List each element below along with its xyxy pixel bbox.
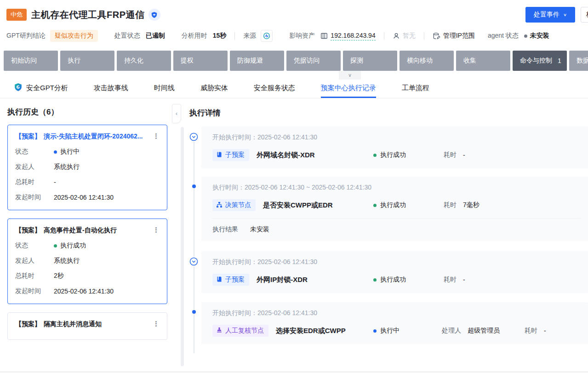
- stage-initial-access[interactable]: 初始访问: [4, 51, 58, 71]
- detail-title: 执行详情: [189, 108, 588, 118]
- clipped-secondary-button[interactable]: 档: [581, 7, 588, 23]
- timeline-entry: 执行时间：2025-02-06 12:41:30 ~ 2025-02-06 12…: [188, 177, 588, 241]
- dispose-event-button[interactable]: 处置事件∨: [525, 7, 575, 23]
- source-product-icon[interactable]: [261, 30, 273, 42]
- playbook-prefix: 【预案】: [15, 320, 41, 328]
- entry-time: 开始执行时间：2025-02-06 12:41:30: [212, 309, 581, 317]
- tab-attack-storyline[interactable]: 攻击故事线: [94, 80, 128, 98]
- sitemap-icon: [216, 201, 223, 209]
- status-badge: 执行中: [54, 148, 80, 156]
- chain-expand-toggle[interactable]: ∨: [339, 71, 361, 80]
- tab-security-gpt-analysis[interactable]: 安全GPT分析: [14, 80, 68, 98]
- chain-expander-row: ∨: [0, 71, 588, 80]
- node-status: 执行成功: [373, 276, 406, 284]
- book-icon: [216, 276, 223, 284]
- history-title: 执行历史（6）: [7, 107, 184, 117]
- asset-host-icon: [320, 32, 328, 40]
- execution-detail-panel: 执行详情 开始执行时间：2025-02-06 12:41:30 子预案: [184, 98, 588, 374]
- content-area: 执行历史（6） 【预案】 演示-失陷主机处置闭环-2024062... ⋮ 状态…: [0, 98, 588, 374]
- timeline-collapse-node-icon[interactable]: [189, 257, 199, 266]
- bottom-divider: [0, 372, 588, 372]
- timeline-entry: 开始执行时间：2025-02-06 12:41:30 子预案 外网IP封锁-XD…: [188, 251, 588, 293]
- chevron-down-icon: ∨: [348, 72, 352, 78]
- incident-detail-page: 中危 主机存在代理工具FRP通信 处置事件∨ 档 GPT研判结论 疑似攻击行为 …: [0, 0, 588, 374]
- kebab-menu-icon[interactable]: ⋮: [152, 226, 160, 233]
- gpt-shield-icon: [14, 83, 23, 93]
- attack-chain-bar: 初始访问 执行 持久化 提权 防御规避 凭据访问 探测 横向移动 收集 命令与控…: [4, 51, 588, 71]
- execution-history-panel: 执行历史（6） 【预案】 演示-失陷主机处置闭环-2024062... ⋮ 状态…: [0, 98, 184, 374]
- playbook-name[interactable]: 隔离主机并消息通知: [44, 320, 152, 328]
- agent-status-label: agent 状态: [488, 32, 519, 40]
- timeline-dot-node: [192, 184, 196, 189]
- node-type-tag: 子预案: [212, 274, 249, 286]
- dispose-status-value: 已遏制: [146, 32, 165, 40]
- duration-field: 耗时7毫秒: [444, 201, 480, 209]
- agent-status-value: 未安装: [530, 32, 549, 40]
- manage-ip-link[interactable]: 管理IP范围: [443, 32, 475, 40]
- timeline-dot-node: [192, 310, 196, 314]
- entry-time: 执行时间：2025-02-06 12:41:30 ~ 2025-02-06 12…: [212, 184, 581, 192]
- stamp-icon: [216, 327, 223, 335]
- tab-playbook-execution-records[interactable]: 预案中心执行记录: [321, 80, 376, 98]
- kebab-menu-icon[interactable]: ⋮: [152, 320, 160, 327]
- node-status: 执行成功: [373, 151, 406, 159]
- execution-timeline: 开始执行时间：2025-02-06 12:41:30 子预案 外网域名封锁-XD…: [188, 127, 588, 344]
- playbook-card[interactable]: 【预案】 隔离主机并消息通知 ⋮: [7, 312, 167, 340]
- timeline-collapse-node-icon[interactable]: [189, 132, 199, 142]
- playbook-card[interactable]: 【预案】 高危事件处置-自动化执行 ⋮ 状态 执行成功 发起人 系统执行 总耗时…: [7, 219, 167, 304]
- execution-result-row: 执行结果 未安装: [212, 218, 581, 234]
- node-type-tag: 人工复核节点: [212, 325, 268, 337]
- severity-badge: 中危: [6, 9, 27, 21]
- stage-execution[interactable]: 执行: [60, 51, 114, 71]
- playbook-prefix: 【预案】: [15, 132, 41, 141]
- duration-field: 耗时-: [444, 151, 465, 159]
- dispose-status-label: 处置状态: [114, 32, 140, 40]
- stage-credential-access[interactable]: 凭据访问: [286, 51, 341, 71]
- stage-defense-evasion[interactable]: 防御规避: [230, 51, 284, 71]
- node-name: 外网域名封锁-XDR: [257, 151, 315, 160]
- node-status: 执行成功: [373, 201, 406, 209]
- owner-empty-value: 暂无: [403, 32, 416, 40]
- playbook-name[interactable]: 演示-失陷主机处置闭环-2024062...: [44, 132, 152, 141]
- chevron-down-icon: ∨: [563, 12, 567, 17]
- stage-privilege-escalation[interactable]: 提权: [173, 51, 228, 71]
- duration-field: 耗时-: [525, 327, 546, 335]
- duration-field: 耗时-: [444, 276, 465, 284]
- affected-asset-label: 影响资产: [289, 32, 315, 40]
- timeline-entry: 开始执行时间：2025-02-06 12:41:30 子预案 外网域名封锁-XD…: [188, 127, 588, 168]
- panel-collapse-handle[interactable]: ‹: [172, 104, 181, 123]
- node-status: 执行中: [373, 327, 400, 335]
- playbook-prefix: 【预案】: [15, 226, 41, 235]
- asset-ip-link[interactable]: 192.168.243.94: [331, 32, 375, 40]
- node-name: 外网IP封锁-XDR: [257, 276, 308, 284]
- status-badge: 执行成功: [54, 242, 86, 250]
- stage-count-badge: 1: [558, 57, 561, 64]
- header-bar: 中危 主机存在代理工具FRP通信 处置事件∨ 档: [0, 0, 588, 23]
- gpt-verdict-chip: 疑似攻击行为: [50, 30, 98, 42]
- tab-ticket-flow[interactable]: 工单流程: [402, 80, 429, 98]
- stage-persistence[interactable]: 持久化: [117, 51, 171, 71]
- stage-exfiltration[interactable]: 数据窃取: [569, 51, 588, 71]
- analysis-time-label: 分析用时: [182, 32, 207, 40]
- stage-discovery[interactable]: 探测: [343, 51, 397, 71]
- history-scrollbar[interactable]: [181, 127, 184, 366]
- tab-timeline[interactable]: 时间线: [154, 80, 175, 98]
- node-name: 选择安装EDR或CWPP: [276, 327, 346, 335]
- analysis-time-value: 15秒: [213, 32, 227, 40]
- entry-time: 开始执行时间：2025-02-06 12:41:30: [212, 258, 581, 266]
- kebab-menu-icon[interactable]: ⋮: [152, 132, 160, 139]
- playbook-name[interactable]: 高危事件处置-自动化执行: [44, 226, 152, 235]
- shield-icon: [148, 9, 160, 21]
- tab-threat-entities[interactable]: 威胁实体: [200, 80, 228, 98]
- gpt-verdict-label: GPT研判结论: [6, 32, 46, 40]
- stage-collection[interactable]: 收集: [456, 51, 510, 71]
- agent-status-dot: [524, 35, 527, 38]
- meta-bar: GPT研判结论 疑似攻击行为 处置状态 已遏制 分析用时 15秒 来源 影响资产…: [6, 27, 588, 45]
- node-type-tag: 子预案: [212, 149, 249, 161]
- tab-security-service-status[interactable]: 安全服务状态: [254, 80, 295, 98]
- playbook-card[interactable]: 【预案】 演示-失陷主机处置闭环-2024062... ⋮ 状态 执行中 发起人…: [7, 125, 167, 210]
- stage-lateral-movement[interactable]: 横向移动: [400, 51, 454, 71]
- stage-command-and-control[interactable]: 命令与控制1: [513, 51, 567, 71]
- timeline-entry: 开始执行时间：2025-02-06 12:41:30 人工复核节点 选择安装ED…: [188, 302, 588, 344]
- execution-result-value: 未安装: [250, 225, 269, 234]
